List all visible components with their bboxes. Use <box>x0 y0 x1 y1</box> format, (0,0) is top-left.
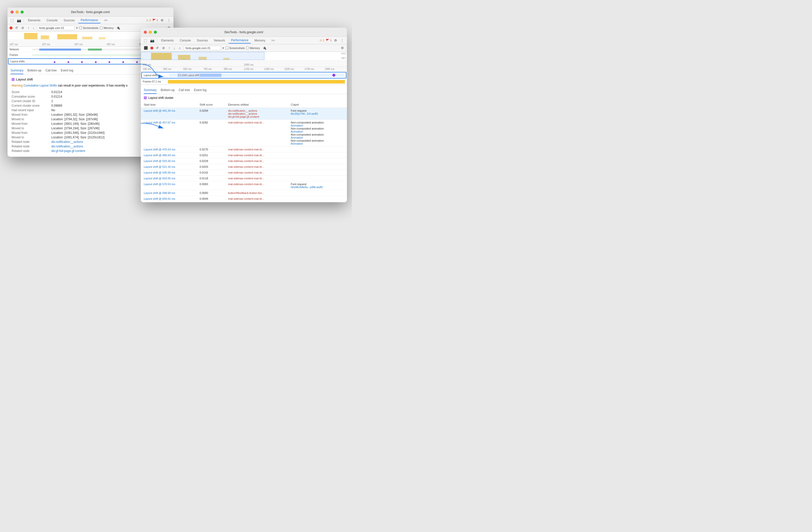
shift-link-9[interactable]: Layout shift @ 570.53 ms <box>144 183 175 186</box>
subtab-calltree-2[interactable]: Call tree <box>179 87 190 94</box>
shift-link-11[interactable]: Layout shift @ 604.01 ms <box>144 197 175 200</box>
clear-btn-1[interactable]: ⊘ <box>20 25 25 30</box>
culprit-anim-link-2d[interactable]: Animation <box>291 142 344 145</box>
back-btn-2[interactable]: ⬛ <box>143 45 149 50</box>
cursor-tool-2[interactable]: ⬚ <box>143 38 148 43</box>
address-input-2[interactable]: fonts.google.com #1 <box>183 46 221 50</box>
shift-start-1[interactable]: Layout shift @ 441.20 ms <box>141 108 197 120</box>
table-row[interactable]: Layout shift @ 470.53 ms 0.0270 mat-side… <box>141 146 347 152</box>
maximize-button-1[interactable] <box>20 11 24 14</box>
close-button-2[interactable] <box>144 31 147 34</box>
memory-checkbox[interactable]: Memory <box>100 26 114 29</box>
shift-link-6[interactable]: Layout shift @ 521.16 ms <box>144 165 175 168</box>
table-row[interactable]: Layout shift @ 554.05 ms 0.0118 mat-side… <box>141 176 347 181</box>
settings-btn-4[interactable]: ⚙ <box>340 45 345 50</box>
related-node-value-1[interactable]: div.notification__actions <box>51 140 83 144</box>
tab-console-2[interactable]: Console <box>177 38 193 43</box>
tab-console-1[interactable]: Console <box>44 18 60 23</box>
screenshot-tool[interactable]: 📷 <box>16 18 22 23</box>
table-row[interactable]: Layout shift @ 521.16 ms 0.0203 mat-side… <box>141 164 347 170</box>
subtab-summary-2[interactable]: Summary <box>144 87 157 94</box>
home-btn-2[interactable]: ⌂ <box>178 45 182 50</box>
clear-btn-2[interactable]: ⊘ <box>161 45 166 50</box>
tab-network-2[interactable]: Network <box>212 38 228 43</box>
table-row[interactable]: Layout shift @ 588.68 ms 0.0000 button#f… <box>141 190 347 196</box>
shift-table-container[interactable]: Start time Shift score Elements shifted … <box>141 102 347 202</box>
element-1a[interactable]: div.notification__actions <box>228 109 285 112</box>
table-row[interactable]: Layout shift @ 503.26 ms 0.0228 mat-side… <box>141 158 347 164</box>
memory-checkbox-2[interactable]: Memory <box>246 46 260 50</box>
element-1c[interactable]: div.gf-full-page.gf-content <box>228 115 285 118</box>
table-row[interactable]: Layout shift @ 486.54 ms 0.0251 mat-side… <box>141 152 347 158</box>
tab-more-2[interactable]: >> <box>269 38 277 43</box>
subtab-bottomup-2[interactable]: Bottom-up <box>161 87 174 94</box>
shift-link-1[interactable]: Layout shift @ 441.20 ms <box>144 109 175 112</box>
shift-link-10[interactable]: Layout shift @ 588.68 ms <box>144 192 175 194</box>
element-4[interactable]: mat-sidenav-content.mat-dr... <box>228 154 285 157</box>
shift-link-8[interactable]: Layout shift @ 554.05 ms <box>144 177 175 180</box>
table-row[interactable]: Layout shift @ 570.53 ms 0.0083 mat-side… <box>141 181 347 190</box>
shift-link-4[interactable]: Layout shift @ 486.54 ms <box>144 154 175 157</box>
element-9[interactable]: mat-sidenav-content.mat-dr... <box>228 183 285 186</box>
screenshots-checkbox[interactable]: Screenshots <box>79 26 98 29</box>
tab-elements-1[interactable]: Elements <box>25 18 43 23</box>
network-btn-2[interactable]: 🔌 <box>261 45 267 50</box>
culprit-anim-link-2b[interactable]: Animation <box>291 130 344 133</box>
tab-performance-1[interactable]: Performance <box>78 17 101 24</box>
element-10[interactable]: button#feedback-button.fee... <box>228 192 285 194</box>
tab-elements-2[interactable]: Elements <box>159 38 176 43</box>
record-btn-2[interactable] <box>150 46 153 50</box>
element-7[interactable]: mat-sidenav-content.mat-dr... <box>228 171 285 174</box>
subtab-bottomup-1[interactable]: Bottom-up <box>27 67 41 74</box>
element-11[interactable]: mat-sidenav-content.mat-dr... <box>228 197 285 200</box>
table-row[interactable]: Layout shift @ 545.09 ms 0.0142 mat-side… <box>141 170 347 176</box>
related-node-value-3[interactable]: div.gf-full-page.gf-content <box>51 149 85 153</box>
culprit-anim-link-2c[interactable]: Animation <box>291 136 344 139</box>
download-btn-1[interactable]: ↓ <box>32 25 36 30</box>
table-row[interactable]: Layout shift @ 457.07 ms 0.0282 mat-side… <box>141 120 347 146</box>
tab-sources-2[interactable]: Sources <box>194 38 211 43</box>
reload-btn-1[interactable]: ↺ <box>14 25 19 30</box>
subtab-eventlog-1[interactable]: Event log <box>61 67 73 74</box>
element-2a[interactable]: mat-sidenav-content.mat-dr... <box>228 121 285 124</box>
culprit-anim-link-2a[interactable]: Animation <box>291 124 344 127</box>
shift-link-2[interactable]: Layout shift @ 457.07 ms <box>144 121 175 124</box>
tab-sources-1[interactable]: Sources <box>61 18 77 23</box>
settings-btn-1[interactable]: ⚙ <box>160 18 165 23</box>
maximize-button-2[interactable] <box>154 31 157 34</box>
subtab-summary-1[interactable]: Summary <box>11 67 24 74</box>
settings-btn-3[interactable]: ⚙ <box>333 38 338 43</box>
shift-link-5[interactable]: Layout shift @ 503.26 ms <box>144 159 175 163</box>
screenshot-tool-2[interactable]: 📷 <box>149 38 155 43</box>
download-btn-2[interactable]: ↓ <box>173 45 176 50</box>
tab-more-1[interactable]: >> <box>102 18 110 23</box>
table-row[interactable]: Layout shift @ 441.20 ms 0.0269 div.noti… <box>141 108 347 120</box>
element-5[interactable]: mat-sidenav-content.mat-dr... <box>228 159 285 163</box>
element-1b[interactable]: div.notification__actions <box>228 112 285 115</box>
shift-link-3[interactable]: Layout shift @ 470.53 ms <box>144 148 175 151</box>
element-6[interactable]: mat-sidenav-content.mat-dr... <box>228 165 285 168</box>
upload-btn-1[interactable]: ↑ <box>27 25 30 30</box>
subtab-calltree-1[interactable]: Call tree <box>45 67 57 74</box>
element-8[interactable]: mat-sidenav-content.mat-dr... <box>228 177 285 180</box>
tab-performance-2[interactable]: Performance <box>229 38 251 43</box>
culprit-font-link-9[interactable]: HhzMU5Ak9u...p9M.woff2 <box>291 186 344 188</box>
related-node-value-2[interactable]: div.notification__actions <box>51 145 83 148</box>
subtab-eventlog-2[interactable]: Event log <box>194 87 206 94</box>
shift-link-7[interactable]: Layout shift @ 545.09 ms <box>144 171 175 174</box>
record-btn-1[interactable] <box>10 26 13 29</box>
minimize-button-2[interactable] <box>149 31 152 34</box>
culprit-font-link-1[interactable]: t5sJIQcYNI...IUI.woff2 <box>291 112 344 115</box>
reload-btn-2[interactable]: ↺ <box>155 45 160 50</box>
menu-btn-1[interactable]: ⋮ <box>166 18 172 23</box>
element-3[interactable]: mat-sidenav-content.mat-dr... <box>228 148 285 151</box>
table-row[interactable]: Layout shift @ 604.01 ms 0.0049 mat-side… <box>141 196 347 202</box>
upload-btn-2[interactable]: ↑ <box>168 45 171 50</box>
network-btn-1[interactable]: 🔌 <box>115 25 121 30</box>
tab-memory-2[interactable]: Memory <box>252 38 268 43</box>
menu-btn-2[interactable]: ⋮ <box>339 38 345 43</box>
minimize-button-1[interactable] <box>16 11 19 14</box>
cls-link[interactable]: Cumulative Layout Shifts <box>24 84 57 87</box>
address-input-1[interactable]: fonts.google.com #1 <box>37 26 75 30</box>
cursor-tool[interactable]: ⬚ <box>10 18 15 23</box>
